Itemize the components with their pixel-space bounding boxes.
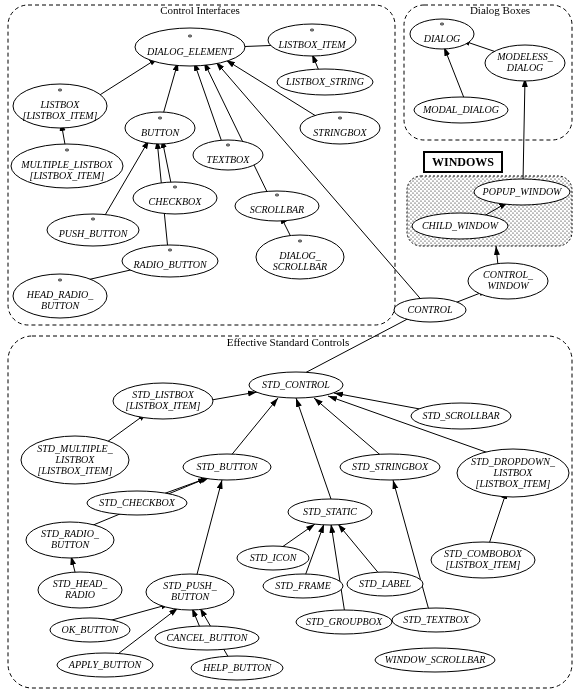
node-std-textbox: STD_TEXTBOX [392, 608, 480, 632]
svg-text:CHECKBOX: CHECKBOX [149, 196, 203, 207]
node-apply-button: APPLY_BUTTON [57, 653, 153, 677]
svg-text:BUTTON: BUTTON [51, 539, 90, 550]
svg-text:STD_TEXTBOX: STD_TEXTBOX [403, 614, 469, 625]
node-std-dropdown-listbox: STD_DROPDOWN_ LISTBOX [LISTBOX_ITEM] [457, 449, 569, 497]
group-title-db: Dialog Boxes [470, 4, 530, 16]
node-scrollbar: * SCROLLBAR [235, 191, 319, 221]
svg-text:STRINGBOX: STRINGBOX [313, 127, 367, 138]
node-dialog: * DIALOG [410, 19, 474, 49]
svg-text:BUTTON: BUTTON [41, 300, 80, 311]
node-checkbox: * CHECKBOX [133, 182, 217, 214]
node-std-static: STD_STATIC [288, 499, 372, 525]
svg-text:STD_CONTROL: STD_CONTROL [262, 379, 330, 390]
diagram: Control Interfaces Dialog Boxes WINDOWS … [0, 0, 577, 694]
node-listbox: * LISTBOX [LISTBOX_ITEM] [13, 84, 107, 128]
svg-text:STD_STATIC: STD_STATIC [303, 506, 357, 517]
svg-text:*: * [298, 237, 303, 248]
node-dialog-scrollbar: * DIALOG_ SCROLLBAR [256, 235, 344, 279]
svg-text:STD_LISTBOX: STD_LISTBOX [132, 389, 195, 400]
svg-text:*: * [168, 246, 173, 257]
svg-text:LISTBOX: LISTBOX [493, 467, 534, 478]
svg-text:MODAL_DIALOG: MODAL_DIALOG [422, 104, 499, 115]
svg-text:*: * [58, 86, 63, 97]
svg-text:SCROLLBAR: SCROLLBAR [250, 204, 304, 215]
node-std-stringbox: STD_STRINGBOX [340, 454, 440, 480]
svg-text:STD_BUTTON: STD_BUTTON [197, 461, 259, 472]
svg-text:STD_FRAME: STD_FRAME [275, 580, 331, 591]
node-child-window: CHILD_WINDOW [412, 213, 508, 239]
svg-text:*: * [158, 114, 163, 125]
svg-text:CANCEL_BUTTON: CANCEL_BUTTON [167, 632, 249, 643]
svg-text:TEXTBOX: TEXTBOX [207, 154, 251, 165]
svg-text:STD_STRINGBOX: STD_STRINGBOX [352, 461, 429, 472]
node-radio-button: * RADIO_BUTTON [122, 245, 218, 277]
node-textbox: * TEXTBOX [193, 140, 263, 170]
svg-text:[LISTBOX_ITEM]: [LISTBOX_ITEM] [475, 478, 550, 489]
group-title-ci: Control Interfaces [160, 4, 240, 16]
node-std-icon: STD_ICON [237, 546, 309, 570]
svg-text:LISTBOX: LISTBOX [40, 99, 81, 110]
node-ok-button: OK_BUTTON [50, 618, 130, 642]
svg-text:CONTROL: CONTROL [407, 304, 452, 315]
node-modal-dialog: MODAL_DIALOG [414, 97, 508, 123]
svg-text:DIALOG_ELEMENT: DIALOG_ELEMENT [146, 46, 235, 57]
svg-text:STD_MULTIPLE_: STD_MULTIPLE_ [37, 443, 113, 454]
svg-text:STD_COMBOBOX: STD_COMBOBOX [444, 548, 523, 559]
svg-text:POPUP_WINDOW: POPUP_WINDOW [482, 186, 564, 197]
svg-text:*: * [338, 114, 343, 125]
svg-text:*: * [188, 32, 193, 43]
svg-text:RADIO: RADIO [64, 589, 95, 600]
svg-text:HEAD_RADIO_: HEAD_RADIO_ [26, 289, 95, 300]
svg-text:STD_PUSH_: STD_PUSH_ [163, 580, 217, 591]
svg-text:DIALOG: DIALOG [423, 33, 461, 44]
node-stringbox: * STRINGBOX [300, 112, 380, 144]
node-std-listbox: STD_LISTBOX [LISTBOX_ITEM] [113, 383, 213, 419]
svg-text:*: * [440, 20, 445, 31]
svg-text:LISTBOX_ITEM: LISTBOX_ITEM [277, 39, 346, 50]
svg-text:MULTIPLE_LISTBOX: MULTIPLE_LISTBOX [20, 159, 113, 170]
svg-text:STD_ICON: STD_ICON [250, 552, 298, 563]
svg-text:APPLY_BUTTON: APPLY_BUTTON [68, 659, 143, 670]
node-help-button: HELP_BUTTON [191, 656, 283, 680]
node-std-control: STD_CONTROL [249, 372, 343, 398]
svg-text:[LISTBOX_ITEM]: [LISTBOX_ITEM] [29, 170, 104, 181]
svg-text:[LISTBOX_ITEM]: [LISTBOX_ITEM] [22, 110, 97, 121]
group-title-esc: Effective Standard Controls [227, 336, 350, 348]
svg-text:*: * [91, 215, 96, 226]
node-dialog-element: * DIALOG_ELEMENT [135, 28, 245, 66]
node-std-radio-button: STD_RADIO_ BUTTON [26, 522, 114, 558]
node-popup-window: POPUP_WINDOW [474, 179, 570, 205]
node-window-scrollbar: WINDOW_SCROLLBAR [375, 648, 495, 672]
svg-text:SCROLLBAR: SCROLLBAR [273, 261, 327, 272]
node-std-frame: STD_FRAME [263, 574, 343, 598]
node-std-button: STD_BUTTON [183, 454, 271, 480]
node-cancel-button: CANCEL_BUTTON [155, 626, 259, 650]
svg-text:MODELESS_: MODELESS_ [496, 51, 554, 62]
node-head-radio-button: * HEAD_RADIO_ BUTTON [13, 274, 107, 318]
node-listbox-item: * LISTBOX_ITEM [268, 24, 356, 56]
svg-text:CHILD_WINDOW: CHILD_WINDOW [422, 220, 500, 231]
svg-text:LISTBOX: LISTBOX [55, 454, 96, 465]
svg-text:[LISTBOX_ITEM]: [LISTBOX_ITEM] [37, 465, 112, 476]
svg-text:*: * [275, 191, 280, 202]
svg-text:DIALOG_: DIALOG_ [278, 250, 322, 261]
svg-text:[LISTBOX_ITEM]: [LISTBOX_ITEM] [445, 559, 520, 570]
node-std-head-radio: STD_HEAD_ RADIO [38, 572, 122, 608]
node-std-combobox: STD_COMBOBOX [LISTBOX_ITEM] [431, 542, 535, 578]
svg-text:CONTROL_: CONTROL_ [483, 269, 534, 280]
svg-text:WINDOW: WINDOW [487, 280, 530, 291]
svg-text:RADIO_BUTTON: RADIO_BUTTON [132, 259, 207, 270]
svg-text:HELP_BUTTON: HELP_BUTTON [202, 662, 272, 673]
node-std-scrollbar: STD_SCROLLBAR [411, 403, 511, 429]
svg-text:*: * [173, 183, 178, 194]
node-std-groupbox: STD_GROUPBOX [296, 610, 392, 634]
svg-text:BUTTON: BUTTON [171, 591, 210, 602]
svg-text:PUSH_BUTTON: PUSH_BUTTON [58, 228, 129, 239]
node-std-label: STD_LABEL [347, 572, 423, 596]
svg-text:DIALOG: DIALOG [506, 62, 544, 73]
node-button: * BUTTON [125, 112, 195, 144]
svg-text:STD_RADIO_: STD_RADIO_ [41, 528, 100, 539]
node-multiple-listbox: * MULTIPLE_LISTBOX [LISTBOX_ITEM] [11, 144, 123, 188]
node-std-push-button: STD_PUSH_ BUTTON [146, 574, 234, 610]
svg-text:BUTTON: BUTTON [141, 127, 180, 138]
